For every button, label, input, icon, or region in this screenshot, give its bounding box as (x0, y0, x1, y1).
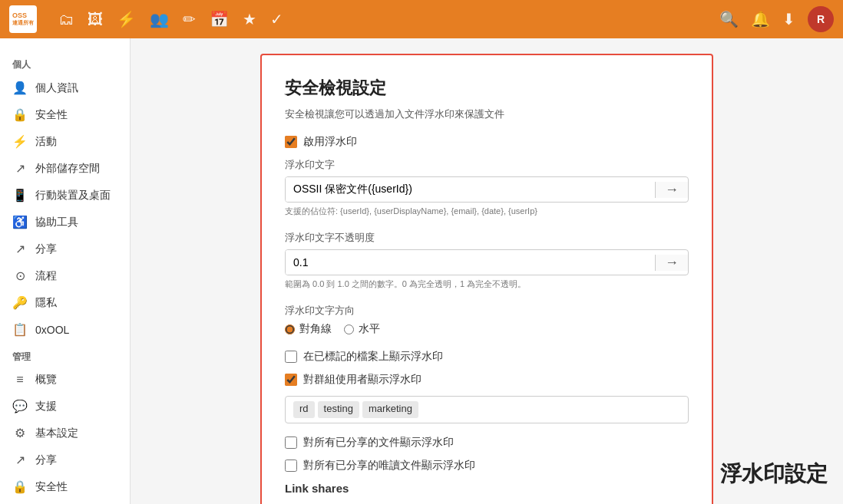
watermark-direction-label: 浮水印文字方向 (285, 304, 689, 318)
sidebar-item-admin-sharing[interactable]: ↗ 分享 (0, 446, 130, 473)
sidebar-item-label: 支援 (35, 400, 57, 413)
direction-horizontal-option[interactable]: 水平 (344, 322, 380, 336)
watermark-opacity-input-container: → (285, 249, 689, 275)
watermark-opacity-label: 浮水印文字不透明度 (285, 231, 689, 245)
sidebar-item-accessibility[interactable]: ♿ 協助工具 (0, 209, 130, 236)
watermark-text-hint: 支援的佔位符: {userId}, {userDisplayName}, {em… (285, 206, 689, 217)
sidebar-item-activity[interactable]: ⚡ 活動 (0, 128, 130, 155)
show-for-all-readonly-checkbox[interactable] (285, 460, 297, 472)
page-layout: 個人 👤 個人資訊 🔒 安全性 ⚡ 活動 ↗ 外部儲存空間 📱 行動裝置及桌面 … (0, 38, 843, 504)
tag-marketing: marketing (362, 401, 418, 418)
key-icon: 🔑 (12, 295, 28, 310)
sidebar-item-label: 隱私 (35, 296, 57, 310)
sidebar-item-label: 安全性 (35, 480, 68, 494)
direction-diagonal-radio[interactable] (285, 324, 295, 334)
link-shares-section: Link shares (285, 482, 689, 495)
overview-icon: ≡ (12, 373, 28, 387)
sidebar-item-flow[interactable]: ⊙ 流程 (0, 262, 130, 289)
sidebar-item-label: 外部儲存空間 (35, 162, 100, 176)
doc-icon: 📋 (12, 322, 28, 337)
sidebar-item-overview[interactable]: ≡ 概覽 (0, 367, 130, 393)
show-for-group-label: 對群組使用者顯示浮水印 (303, 373, 422, 387)
mobile-icon: 📱 (12, 188, 28, 203)
floating-watermark-label: 浮水印設定 (720, 460, 828, 489)
watermark-text-input[interactable] (286, 177, 655, 202)
lock-icon2: 🔒 (12, 479, 28, 494)
edit-nav-icon[interactable]: ✏ (183, 10, 196, 28)
lock-icon: 🔒 (12, 107, 28, 122)
watermark-opacity-input[interactable] (286, 250, 655, 275)
sidebar-item-sharing[interactable]: ↗ 分享 (0, 236, 130, 262)
enable-watermark-row[interactable]: 啟用浮水印 (285, 135, 689, 149)
search-icon[interactable]: 🔍 (719, 10, 739, 28)
nav-right-actions: 🔍 🔔 ⬇ R (719, 6, 834, 32)
direction-diagonal-option[interactable]: 對角線 (285, 322, 332, 336)
sidebar-item-label: 基本設定 (35, 427, 78, 440)
watermark-text-group: 浮水印文字 → 支援的佔位符: {userId}, {userDisplayNa… (285, 158, 689, 217)
accessibility-icon: ♿ (12, 215, 28, 229)
show-for-all-shared-checkbox[interactable] (285, 436, 297, 449)
flow-icon: ⊙ (12, 268, 28, 283)
watermark-opacity-group: 浮水印文字不透明度 → 範圍為 0.0 到 1.0 之間的數字。0 為完全透明，… (285, 231, 689, 290)
sidebar-item-personal-info[interactable]: 👤 個人資訊 (0, 74, 130, 101)
show-on-tagged-checkbox[interactable] (285, 351, 297, 363)
sidebar-item-admin-security[interactable]: 🔒 安全性 (0, 473, 130, 500)
watermark-text-input-container: → (285, 176, 689, 203)
tasks-nav-icon[interactable]: ✓ (270, 10, 283, 28)
files-nav-icon[interactable]: 🗂 (58, 11, 74, 28)
show-on-tagged-row[interactable]: 在已標記的檔案上顯示浮水印 (285, 350, 689, 364)
sidebar-item-external-storage[interactable]: ↗ 外部儲存空間 (0, 155, 130, 182)
sidebar-item-mobile-desktop[interactable]: 📱 行動裝置及桌面 (0, 182, 130, 209)
settings-panel: 安全檢視設定 安全檢視讓您可以透過加入文件浮水印來保護文件 啟用浮水印 浮水印文… (260, 54, 713, 504)
show-for-all-shared-row[interactable]: 對所有已分享的文件顯示浮水印 (285, 436, 689, 450)
watermark-text-label: 浮水印文字 (285, 158, 689, 172)
avatar[interactable]: R (808, 6, 834, 32)
bookmarks-nav-icon[interactable]: ★ (243, 10, 256, 28)
settings-description: 安全檢視讓您可以透過加入文件浮水印來保護文件 (285, 107, 689, 121)
sidebar-item-label: 活動 (35, 135, 57, 149)
app-logo[interactable]: OSS 連通所有 (9, 5, 37, 33)
sidebar: 個人 👤 個人資訊 🔒 安全性 ⚡ 活動 ↗ 外部儲存空間 📱 行動裝置及桌面 … (0, 38, 131, 504)
calendar-nav-icon[interactable]: 📅 (210, 10, 229, 28)
sidebar-item-support[interactable]: 💬 支援 (0, 393, 130, 420)
download-icon[interactable]: ⬇ (782, 10, 795, 28)
show-on-tagged-label: 在已標記的檔案上顯示浮水印 (303, 350, 443, 364)
sidebar-item-privacy[interactable]: 🔑 隱私 (0, 289, 130, 316)
sidebar-item-oxool[interactable]: 📋 0xOOL (0, 316, 130, 343)
contacts-nav-icon[interactable]: 👥 (150, 10, 169, 28)
show-for-all-readonly-label: 對所有已分享的唯讀文件顯示浮水印 (303, 459, 475, 473)
sidebar-item-security[interactable]: 🔒 安全性 (0, 101, 130, 128)
support-icon: 💬 (12, 399, 28, 413)
sidebar-item-label: 協助工具 (35, 216, 78, 229)
notifications-icon[interactable]: 🔔 (751, 10, 770, 28)
sidebar-item-label: 安全性 (35, 108, 68, 122)
sidebar-item-label: 分享 (35, 453, 57, 467)
show-for-group-row[interactable]: 對群組使用者顯示浮水印 (285, 373, 689, 387)
sidebar-item-label: 流程 (35, 269, 57, 283)
direction-horizontal-radio[interactable] (344, 324, 354, 334)
watermark-opacity-arrow-button[interactable]: → (655, 255, 688, 271)
tag-testing: testing (318, 401, 359, 418)
show-for-all-shared-label: 對所有已分享的文件顯示浮水印 (303, 436, 454, 450)
settings-title: 安全檢視設定 (285, 77, 689, 100)
share-icon2: ↗ (12, 453, 28, 467)
link-shares-title: Link shares (285, 482, 689, 495)
groups-tags-container[interactable]: rd testing marketing (285, 396, 689, 423)
enable-watermark-checkbox[interactable] (285, 136, 297, 148)
show-for-group-checkbox[interactable] (285, 374, 297, 386)
external-storage-icon: ↗ (12, 161, 28, 176)
show-for-all-readonly-row[interactable]: 對所有已分享的唯讀文件顯示浮水印 (285, 459, 689, 473)
person-icon: 👤 (12, 81, 28, 95)
photos-nav-icon[interactable]: 🖼 (88, 11, 103, 28)
activity-nav-icon[interactable]: ⚡ (117, 10, 136, 28)
share-icon: ↗ (12, 242, 28, 256)
direction-diagonal-label: 對角線 (299, 322, 332, 336)
sidebar-section-personal: 個人 (0, 51, 130, 74)
sidebar-item-label: 概覽 (35, 373, 57, 387)
activity-icon: ⚡ (12, 134, 28, 149)
sidebar-item-label: 分享 (35, 242, 57, 256)
direction-radio-group: 對角線 水平 (285, 322, 689, 336)
sidebar-item-basic-settings[interactable]: ⚙ 基本設定 (0, 420, 130, 446)
watermark-direction-group: 浮水印文字方向 對角線 水平 (285, 304, 689, 336)
watermark-text-arrow-button[interactable]: → (655, 182, 688, 198)
